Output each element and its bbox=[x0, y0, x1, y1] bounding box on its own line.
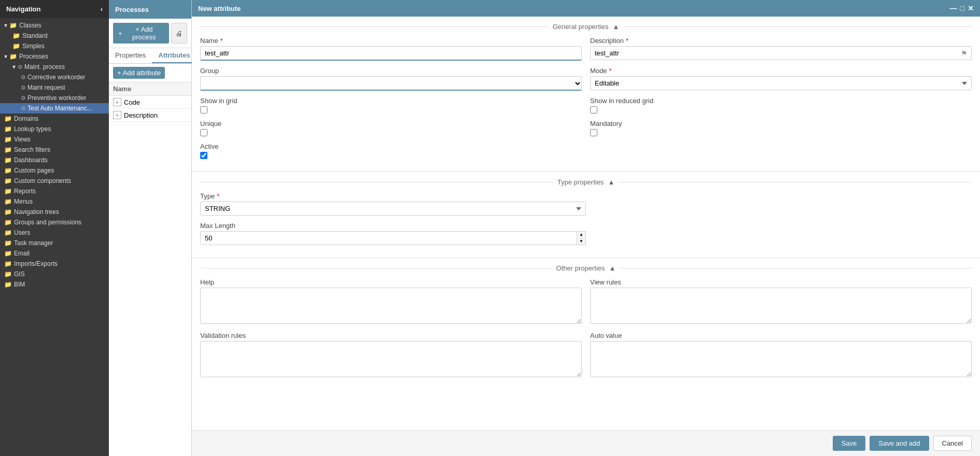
sidebar-collapse-icon[interactable]: ‹ bbox=[101, 5, 103, 13]
show-in-grid-checkbox[interactable] bbox=[200, 106, 207, 113]
sidebar-item-label: Maint. process bbox=[24, 63, 65, 70]
validation-rules-textarea[interactable] bbox=[200, 341, 582, 377]
sidebar-item-label: Imports/Exports bbox=[14, 260, 58, 267]
unique-checkbox-row bbox=[200, 129, 582, 136]
sidebar-item-email[interactable]: 📁 Email bbox=[0, 248, 109, 259]
list-item-code[interactable]: + Code bbox=[109, 96, 191, 109]
description-required: * bbox=[626, 37, 628, 45]
mandatory-checkbox[interactable] bbox=[590, 129, 597, 136]
group-mode-row: Group Mode * bbox=[200, 67, 972, 91]
sidebar-item-test-auto[interactable]: ⚙ Test Auto Maintenanc... bbox=[0, 103, 109, 113]
sidebar-item-bim[interactable]: 📁 BIM bbox=[0, 279, 109, 290]
name-input[interactable] bbox=[200, 46, 582, 61]
sidebar-item-standard[interactable]: 📁 Standard bbox=[0, 31, 109, 41]
folder-icon: 📁 bbox=[4, 146, 12, 153]
folder-icon: 📁 bbox=[4, 115, 12, 122]
save-button[interactable]: Save bbox=[833, 436, 866, 451]
sidebar-item-custom-components[interactable]: 📁 Custom components bbox=[0, 176, 109, 186]
sidebar-header: Navigation ‹ bbox=[0, 0, 109, 18]
mandatory-label: Mandatory bbox=[590, 120, 972, 127]
sidebar-item-reports[interactable]: 📁 Reports bbox=[0, 186, 109, 196]
list-item-description[interactable]: + Description bbox=[109, 109, 191, 122]
tab-properties[interactable]: Properties bbox=[109, 48, 152, 63]
max-length-input[interactable] bbox=[200, 231, 577, 245]
sidebar-item-label: Processes bbox=[19, 53, 48, 60]
folder-open-icon: ▾ bbox=[4, 53, 7, 60]
print-button[interactable]: 🖨 bbox=[171, 23, 187, 44]
sidebar-item-maint-request[interactable]: ⚙ Maint request bbox=[0, 82, 109, 93]
view-rules-label: View rules bbox=[590, 278, 972, 286]
add-process-label: + Add process bbox=[124, 25, 164, 41]
unique-label: Unique bbox=[200, 120, 582, 127]
list-item-label: Code bbox=[124, 98, 140, 106]
general-properties-section: General properties ▲ Name * Descrip bbox=[192, 17, 980, 172]
dialog-titlebar: New attribute — □ ✕ bbox=[192, 0, 980, 17]
sidebar-item-label: Search filters bbox=[14, 146, 50, 153]
view-rules-col: View rules bbox=[590, 278, 972, 325]
sidebar-item-groups-permissions[interactable]: 📁 Groups and permissions bbox=[0, 217, 109, 227]
group-dropdown[interactable] bbox=[569, 76, 582, 91]
group-input[interactable] bbox=[200, 76, 582, 91]
sidebar-item-dashboards[interactable]: 📁 Dashboards bbox=[0, 155, 109, 165]
close-button[interactable]: ✕ bbox=[968, 4, 974, 12]
mode-select[interactable]: Editable Read only Hidden bbox=[590, 76, 972, 90]
other-section-title: Other properties bbox=[556, 264, 605, 272]
sidebar-item-classes[interactable]: ▾ 📁 Classes bbox=[0, 20, 109, 31]
mode-col: Mode * Editable Read only Hidden bbox=[590, 67, 972, 91]
dialog-title: New attribute bbox=[198, 5, 241, 12]
type-select[interactable]: STRING INTEGER DECIMAL BOOLEAN DATE TEXT bbox=[200, 202, 586, 216]
active-spacer bbox=[590, 142, 972, 159]
sidebar-item-gis[interactable]: 📁 GIS bbox=[0, 269, 109, 279]
flag-icon: ⚑ bbox=[961, 49, 968, 58]
section-collapse-icon[interactable]: ▲ bbox=[608, 178, 614, 186]
sidebar-item-preventive[interactable]: ⚙ Preventive workorder bbox=[0, 93, 109, 103]
gear-icon: ⚙ bbox=[21, 84, 26, 91]
sidebar-item-lookup-types[interactable]: 📁 Lookup types bbox=[0, 124, 109, 134]
tab-attributes[interactable]: Attributes bbox=[152, 48, 196, 63]
sidebar-item-label: Custom components bbox=[14, 177, 71, 184]
sidebar-item-imports-exports[interactable]: 📁 Imports/Exports bbox=[0, 259, 109, 269]
show-in-reduced-grid-checkbox[interactable] bbox=[590, 106, 597, 113]
list-item-label: Description bbox=[124, 111, 158, 119]
dialog-footer: Save Save and add Cancel bbox=[192, 430, 980, 456]
sidebar-item-domains[interactable]: 📁 Domains bbox=[0, 113, 109, 124]
active-checkbox[interactable] bbox=[200, 152, 207, 159]
cancel-button[interactable]: Cancel bbox=[933, 436, 972, 451]
auto-value-textarea[interactable] bbox=[590, 341, 972, 377]
sidebar-item-menus[interactable]: 📁 Menus bbox=[0, 196, 109, 207]
sidebar-item-simples[interactable]: 📁 Simples bbox=[0, 41, 109, 51]
sidebar-item-navigation-trees[interactable]: 📁 Navigation trees bbox=[0, 207, 109, 217]
unique-checkbox[interactable] bbox=[200, 129, 207, 136]
expand-icon[interactable]: + bbox=[113, 111, 121, 119]
save-and-add-button[interactable]: Save and add bbox=[870, 436, 929, 451]
sidebar-item-custom-pages[interactable]: 📁 Custom pages bbox=[0, 165, 109, 176]
sidebar-item-search-filters[interactable]: 📁 Search filters bbox=[0, 145, 109, 155]
spinner-down-button[interactable]: ▼ bbox=[577, 238, 585, 245]
sidebar-item-corrective[interactable]: ⚙ Corrective workorder bbox=[0, 72, 109, 82]
sidebar-tree: ▾ 📁 Classes 📁 Standard 📁 Simples ▾ 📁 Pro… bbox=[0, 18, 109, 456]
add-attribute-button[interactable]: + Add attribute bbox=[113, 67, 165, 79]
section-collapse-icon[interactable]: ▲ bbox=[612, 23, 619, 31]
description-input[interactable] bbox=[590, 46, 972, 60]
help-textarea[interactable] bbox=[200, 288, 582, 324]
name-description-row: Name * Description * ⚑ bbox=[200, 37, 972, 61]
sidebar-item-task-manager[interactable]: 📁 Task manager bbox=[0, 238, 109, 248]
general-section-title: General properties bbox=[553, 23, 609, 31]
main-area: New attribute — □ ✕ General properties ▲… bbox=[192, 0, 980, 456]
minimize-button[interactable]: — bbox=[950, 4, 957, 12]
sidebar-item-processes[interactable]: ▾ 📁 Processes bbox=[0, 51, 109, 62]
help-col: Help bbox=[200, 278, 582, 325]
spinner-up-button[interactable]: ▲ bbox=[577, 232, 585, 238]
add-process-button[interactable]: + + Add process bbox=[113, 23, 169, 44]
expand-icon[interactable]: + bbox=[113, 98, 121, 106]
sidebar-item-views[interactable]: 📁 Views bbox=[0, 134, 109, 145]
section-collapse-icon[interactable]: ▲ bbox=[609, 264, 616, 272]
active-checkbox-row bbox=[200, 152, 582, 159]
sidebar-item-label: Corrective workorder bbox=[27, 74, 85, 81]
mandatory-col: Mandatory bbox=[590, 120, 972, 136]
maximize-button[interactable]: □ bbox=[960, 4, 964, 12]
active-label: Active bbox=[200, 142, 582, 150]
view-rules-textarea[interactable] bbox=[590, 288, 972, 324]
sidebar-item-users[interactable]: 📁 Users bbox=[0, 227, 109, 238]
sidebar-item-maint-process[interactable]: ▾ ⚙ Maint. process bbox=[0, 62, 109, 72]
